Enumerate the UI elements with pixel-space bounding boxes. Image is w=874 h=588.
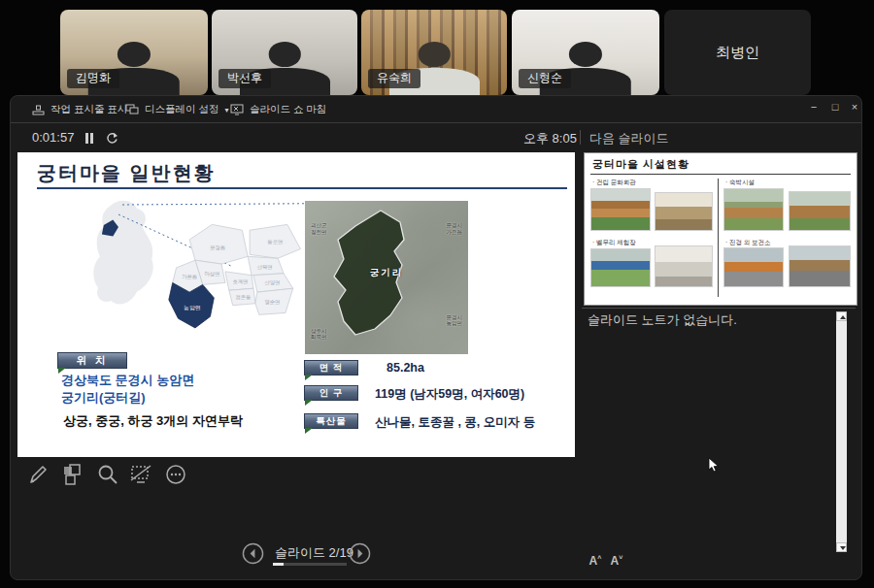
increase-font-button[interactable]: A˄	[586, 554, 605, 568]
district-label: 산양면	[264, 279, 280, 286]
facility-photo	[723, 247, 784, 287]
up-arrow-icon: ˄	[597, 554, 601, 561]
next-slide-panel-label: 다음 슬라이드	[589, 130, 669, 147]
district-label: 산북면	[257, 264, 273, 270]
participant-name: 김명화	[67, 69, 119, 88]
black-screen-icon[interactable]	[129, 463, 152, 486]
location-line2: 궁기리(궁터길)	[61, 389, 146, 407]
participant-name: 유숙희	[368, 69, 420, 88]
facility-label: 숙박시설	[725, 179, 755, 187]
presenter-window: 작업 표시줄 표시 디스플레이 설정 ▾ 슬라이드 쇼 마침 − □ × 0:0…	[10, 95, 862, 580]
mouse-cursor	[708, 457, 720, 473]
scroll-up-icon[interactable]	[836, 311, 847, 321]
increase-font-label: A	[589, 554, 598, 568]
fact-label-specialty: 특산물	[304, 413, 358, 429]
facility-photo	[789, 245, 851, 287]
participant-name: 신형순	[519, 69, 571, 88]
next-slide-title: 궁터마을 시설현황	[592, 157, 689, 172]
facility-label: 벨무리 체험장	[592, 239, 636, 247]
toolbar-separator	[11, 122, 861, 123]
satellite-map: 괴산군 청천면 문경시 가은읍 상주시 화북면 문경시 농암면 궁기리	[305, 201, 468, 354]
close-button[interactable]: ×	[846, 99, 863, 114]
fact-label-area: 면 적	[304, 360, 358, 376]
down-arrow-icon: ˅	[619, 554, 622, 561]
pen-tool-icon[interactable]	[26, 463, 50, 486]
district-label: 마성면	[204, 271, 219, 278]
notes-empty-text: 슬라이드 노트가 없습니다.	[588, 311, 737, 329]
display-icon	[125, 104, 139, 115]
next-slide-button[interactable]	[349, 542, 371, 565]
scroll-down-icon[interactable]	[836, 542, 847, 552]
facility-photo	[590, 248, 651, 287]
display-settings-label: 디스플레이 설정	[145, 103, 218, 116]
preview-column-divider	[718, 179, 719, 297]
district-label: 점촌동	[235, 294, 251, 300]
maximize-button[interactable]: □	[826, 99, 844, 114]
satellite-corner-label: 괴산군 청천면	[311, 222, 327, 235]
satellite-corner-label: 문경시 농암면	[447, 314, 463, 327]
video-tile[interactable]: 김명화	[60, 10, 208, 95]
chevron-down-icon: ▾	[224, 106, 228, 114]
fact-value-area: 85.2ha	[387, 361, 424, 375]
clock: 오후 8:05	[523, 130, 577, 147]
restart-timer-icon[interactable]	[106, 132, 118, 145]
next-slide-preview: 궁터마을 시설현황 건립 문화회관 숙박시설 벨무리 체험장 전경 외 보건소	[584, 152, 857, 306]
location-subline: 상궁, 중궁, 하궁 3개의 자연부락	[63, 412, 243, 430]
pause-timer-icon[interactable]	[84, 133, 94, 144]
slide-progress-bar	[273, 563, 347, 566]
minimize-button[interactable]: −	[805, 99, 823, 114]
village-name-label: 궁기리	[370, 267, 404, 279]
end-show-icon	[230, 104, 244, 115]
taskbar-icon	[32, 104, 45, 115]
district-label: 가은읍	[182, 274, 197, 279]
fact-value-population: 119명 (남자59명, 여자60명)	[375, 386, 524, 403]
meeting-screen: 김명화 박선후 유숙희 신형순 최병인 작업 표시줄 표시	[0, 0, 874, 588]
elapsed-timer: 0:01:57	[32, 130, 74, 145]
decrease-font-button[interactable]: A˅	[607, 554, 626, 568]
facility-photo	[789, 191, 851, 231]
zoom-slide-icon[interactable]	[96, 463, 119, 486]
video-tile[interactable]: 박선후	[212, 10, 357, 95]
video-tile[interactable]: 유숙희	[361, 10, 507, 95]
facility-label: 전경 외 보건소	[725, 239, 771, 247]
video-tile-no-camera[interactable]: 최병인	[664, 10, 811, 95]
participant-name: 최병인	[716, 44, 759, 62]
facility-photo	[655, 245, 713, 287]
fact-value-specialty: 산나물, 토종꿀 , 콩, 오미자 등	[375, 414, 535, 431]
highlighted-district-label: 농암면	[184, 305, 201, 310]
notes-separator	[582, 308, 856, 309]
show-taskbar-button[interactable]: 작업 표시줄 표시	[32, 103, 127, 116]
see-all-slides-icon[interactable]	[61, 463, 84, 486]
location-line1: 경상북도 문경시 농암면	[61, 372, 194, 389]
display-settings-button[interactable]: 디스플레이 설정 ▾	[125, 103, 228, 116]
fact-label-population: 인 구	[304, 385, 358, 401]
district-label: 영순면	[264, 299, 280, 306]
participant-name: 박선후	[218, 69, 271, 88]
facility-photo	[723, 188, 784, 231]
district-label: 문경읍	[210, 245, 225, 251]
slide-progress-fill	[273, 563, 284, 566]
decrease-font-label: A	[611, 554, 620, 568]
facility-label: 건립 문화회관	[592, 179, 636, 187]
district-label: 동로면	[267, 239, 283, 245]
facility-photo	[590, 188, 651, 231]
notes-scrollbar[interactable]	[836, 311, 847, 552]
current-slide[interactable]: 궁터마을 일반현황	[17, 152, 575, 457]
slide-counter: 슬라이드 2/19	[275, 544, 353, 562]
status-divider	[580, 130, 581, 145]
show-taskbar-label: 작업 표시줄 표시	[50, 103, 127, 116]
district-label: 호계면	[232, 278, 248, 284]
end-slideshow-label: 슬라이드 쇼 마침	[250, 103, 326, 116]
preview-title-rule	[590, 174, 851, 175]
satellite-corner-label: 상주시 화북면	[311, 328, 327, 341]
more-options-icon[interactable]	[164, 463, 187, 486]
video-tile[interactable]: 신형순	[512, 10, 659, 95]
location-header: 위 치	[57, 352, 127, 369]
district-map: 문경읍 동로면 산북면 마성면 호계면 가은읍 점촌동 산양면 영순면 농암면	[163, 211, 314, 351]
facility-photo	[655, 192, 713, 231]
satellite-corner-label: 문경시 가은읍	[447, 222, 463, 235]
end-slideshow-button[interactable]: 슬라이드 쇼 마침	[230, 103, 326, 116]
previous-slide-button[interactable]	[242, 542, 264, 565]
